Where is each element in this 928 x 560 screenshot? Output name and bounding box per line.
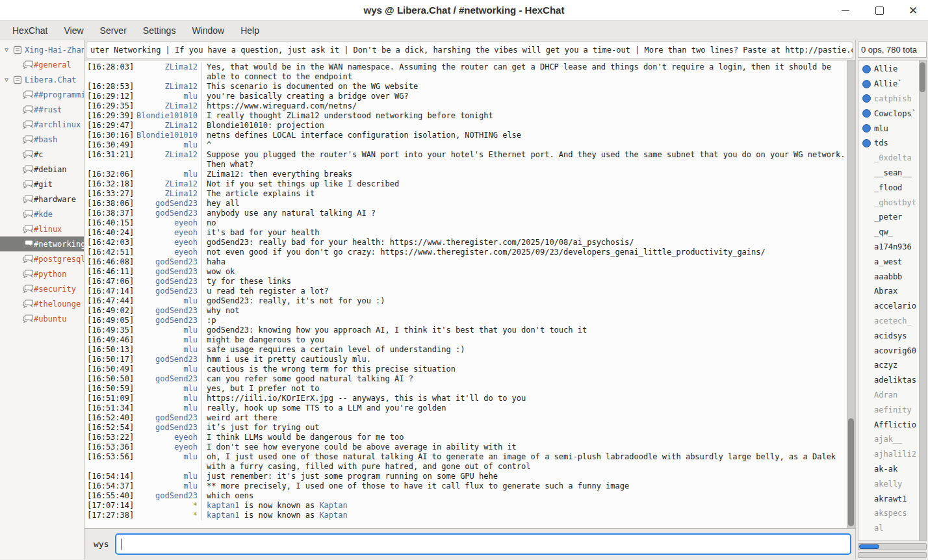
nick[interactable]: godSend23	[134, 286, 201, 296]
tree-item--hardware[interactable]: #hardware	[0, 192, 84, 207]
user-row-acidsys[interactable]: acidsys	[858, 328, 919, 343]
user-row-aaabbb[interactable]: aaabbb	[858, 269, 919, 284]
tree-item--c[interactable]: #c	[0, 147, 84, 162]
nick[interactable]: godSend23	[134, 257, 201, 267]
nick[interactable]: eyeoh	[134, 218, 201, 228]
nick[interactable]: eyeoh	[134, 248, 201, 257]
user-row-allie-[interactable]: Allie`	[858, 77, 919, 92]
user-row-ajak-[interactable]: ajak__	[858, 432, 919, 447]
user-row-acovrig60[interactable]: acovrig60	[858, 343, 919, 358]
user-row--qw-[interactable]: _qw_	[858, 225, 919, 240]
user-row-catphish[interactable]: catphish	[858, 92, 919, 107]
nick[interactable]: godSend23	[134, 267, 201, 277]
menu-settings[interactable]: Settings	[137, 23, 182, 38]
nick[interactable]: ZLima12	[134, 82, 201, 92]
menu-help[interactable]: Help	[235, 23, 265, 38]
event-star[interactable]: *	[134, 501, 201, 511]
user-row--0xdelta[interactable]: _0xdelta	[858, 151, 919, 166]
user-row--peter[interactable]: _peter	[858, 210, 919, 225]
menu-view[interactable]: View	[58, 23, 89, 38]
nick[interactable]: ZLima12	[134, 150, 201, 170]
nick[interactable]: eyeoh	[134, 442, 201, 452]
tree-item--ubuntu[interactable]: #ubuntu	[0, 311, 84, 326]
menu-server[interactable]: Server	[94, 23, 133, 38]
nick[interactable]: mlu	[134, 403, 201, 413]
user-row-al[interactable]: al	[858, 521, 919, 536]
user-row-adran[interactable]: Adran	[858, 388, 919, 403]
nick[interactable]: mlu	[134, 345, 201, 355]
user-row-adeliktas[interactable]: adeliktas	[858, 373, 919, 388]
nick[interactable]: mlu	[134, 296, 201, 306]
tree-item--archlinux[interactable]: #archlinux	[0, 117, 84, 132]
user-row-afflictio[interactable]: Afflictio	[858, 417, 919, 432]
nick-link[interactable]: Kaptan	[319, 511, 347, 520]
tree-item--networking[interactable]: #networking	[0, 236, 84, 251]
user-row--sean-[interactable]: __sean__	[858, 166, 919, 181]
nick-link[interactable]: Kaptan	[319, 501, 347, 510]
nick[interactable]: mlu	[134, 335, 201, 345]
nick[interactable]: ZLima12	[134, 189, 201, 199]
message-input[interactable]	[115, 533, 851, 555]
tree-item--python[interactable]: #python	[0, 266, 84, 281]
nick[interactable]: godSend23	[134, 199, 201, 209]
tree-item--bash[interactable]: #bash	[0, 132, 84, 147]
nick[interactable]: eyeoh	[134, 433, 201, 442]
nick[interactable]: eyeoh	[134, 238, 201, 248]
tree-item--git[interactable]: #git	[0, 177, 84, 192]
nick[interactable]: godSend23	[134, 374, 201, 384]
nick[interactable]: godSend23	[134, 306, 201, 316]
user-row-a-west[interactable]: a_west	[858, 254, 919, 269]
nick[interactable]: ZLima12	[134, 101, 201, 111]
menu-hexchat[interactable]: HexChat	[6, 23, 53, 38]
expander-icon[interactable]: ▽	[1, 76, 12, 83]
nick[interactable]: mlu	[134, 394, 201, 403]
user-row-cowclops-[interactable]: Cowclops`	[858, 106, 919, 121]
tree-item--linux[interactable]: #linux	[0, 222, 84, 236]
nick[interactable]: godSend23	[134, 423, 201, 433]
user-row-a174n936[interactable]: a174n936	[858, 240, 919, 255]
user-row-ak-ak[interactable]: ak-ak	[858, 462, 919, 477]
nick[interactable]: mlu	[134, 472, 201, 481]
nick[interactable]: eyeoh	[134, 228, 201, 238]
close-button[interactable]: ✕	[906, 3, 920, 18]
nick[interactable]: mlu	[134, 325, 201, 335]
nick-link[interactable]: kaptan1	[207, 501, 244, 510]
user-row-aczyz[interactable]: aczyz	[858, 358, 919, 373]
nick[interactable]: ZLima12	[134, 62, 201, 82]
user-row-accelario[interactable]: accelario	[858, 299, 919, 314]
user-row-akrawt1[interactable]: akrawt1	[858, 491, 919, 506]
tree-item--rust[interactable]: ##rust	[0, 102, 84, 117]
nick[interactable]: mlu	[134, 92, 201, 101]
user-row-akspecs[interactable]: akspecs	[858, 506, 919, 521]
nick[interactable]: ZLima12	[134, 179, 201, 189]
tree-item--general[interactable]: #general	[0, 57, 84, 72]
tree-item-libera-chat[interactable]: ▽Libera.Chat	[0, 72, 84, 87]
chat-scrollbar-thumb[interactable]	[848, 418, 854, 526]
event-star[interactable]: *	[134, 511, 201, 520]
tree-item--security[interactable]: #security	[0, 281, 84, 296]
tree-item-xing-hai-zhan[interactable]: ▽Xing-Hai-Zhan	[0, 42, 84, 57]
nick[interactable]: mlu	[134, 170, 201, 179]
user-row--ghostbyt[interactable]: _ghostbyt	[858, 195, 919, 210]
user-row-acetech-[interactable]: acetech_	[858, 314, 919, 329]
expander-icon[interactable]: ▽	[1, 46, 12, 53]
nick-link[interactable]: kaptan1	[207, 511, 244, 520]
user-row-allie[interactable]: Allie	[858, 62, 919, 77]
user-row-ajhalili2[interactable]: ajhalili2	[858, 447, 919, 462]
userlist-scrollbar[interactable]	[919, 60, 926, 541]
nick[interactable]: godSend23	[134, 355, 201, 364]
nick[interactable]: mlu	[134, 452, 201, 472]
tree-item--debian[interactable]: #debian	[0, 162, 84, 177]
userlist-scrollbar-thumb[interactable]	[920, 62, 925, 92]
tree-item--postgresql[interactable]: #postgresql	[0, 251, 84, 266]
tree-item--thelounge[interactable]: #thelounge	[0, 296, 84, 311]
user-row--flood[interactable]: _flood	[858, 180, 919, 195]
user-row-mlu[interactable]: mlu	[858, 121, 919, 136]
user-row-aefinity[interactable]: aefinity	[858, 402, 919, 417]
tree-item--programming[interactable]: ##programming	[0, 87, 84, 102]
nick[interactable]: Blondie101010	[134, 131, 201, 140]
minimize-button[interactable]	[838, 3, 853, 18]
user-row-abrax[interactable]: Abrax	[858, 284, 919, 299]
nick[interactable]: godSend23	[134, 277, 201, 286]
nick[interactable]: Blondie101010	[134, 111, 201, 121]
